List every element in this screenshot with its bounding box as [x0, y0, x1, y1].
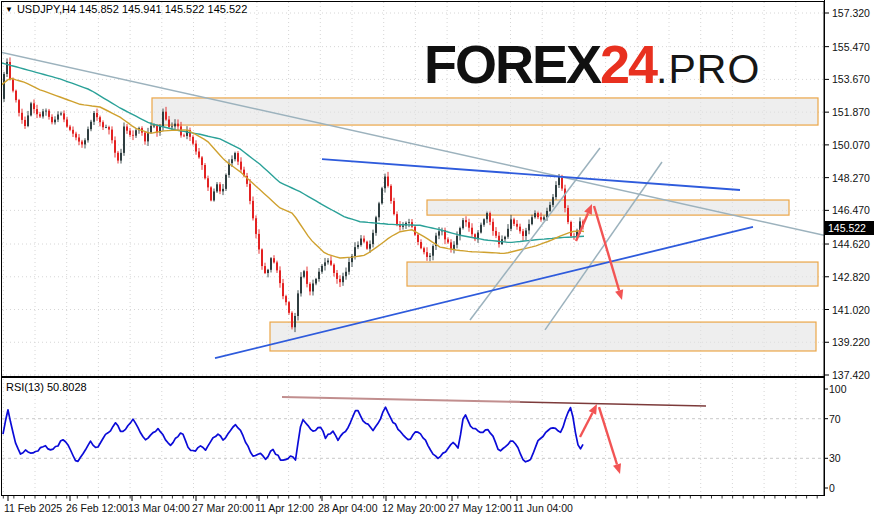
- rsi-axis-label: 100: [829, 383, 847, 395]
- price-axis-label: 151.870: [832, 106, 870, 118]
- price-axis-label: 150.070: [832, 139, 870, 151]
- forex24pro-logo: FOREX 24 .PRO: [424, 33, 760, 95]
- rsi-axis-label: 0: [829, 482, 835, 494]
- time-axis-label: 27 Mar 20:00: [192, 502, 254, 514]
- price-axis-label: 141.020: [832, 304, 870, 316]
- time-axis-label: 13 Mar 04:00: [128, 502, 190, 514]
- rsi-axis-label: 30: [829, 452, 841, 464]
- price-axis-label: 144.620: [832, 238, 870, 250]
- current-price-tag: 145.522: [825, 221, 874, 235]
- time-axis-label: 28 Apr 04:00: [318, 502, 378, 514]
- time-axis-label: 12 May 20:00: [382, 502, 446, 514]
- symbol-ohlc-text: USDJPY,H4 145.852 145.941 145.522 145.52…: [17, 3, 247, 15]
- price-axis-label: 137.420: [832, 369, 870, 381]
- price-axis-label: 142.820: [832, 271, 870, 283]
- time-axis-label: 27 May 12:00: [448, 502, 512, 514]
- time-axis-label: 26 Feb 12:00: [66, 502, 128, 514]
- logo-24: 24: [600, 33, 656, 95]
- rsi-axis-label: 70: [829, 413, 841, 425]
- price-axis-label: 146.470: [832, 204, 870, 216]
- price-axis-label: 153.670: [832, 73, 870, 85]
- time-axis-label: 11 Apr 12:00: [255, 502, 314, 514]
- chart-title-row: ▼USDJPY,H4 145.852 145.941 145.522 145.5…: [5, 3, 247, 15]
- price-axis-label: 157.320: [832, 7, 870, 19]
- price-axis-label: 148.270: [832, 172, 870, 184]
- trading-chart-screenshot: ▼USDJPY,H4 145.852 145.941 145.522 145.5…: [0, 0, 874, 519]
- rsi-indicator-label: RSI(13) 50.8028: [6, 381, 87, 393]
- price-axis-label: 139.220: [832, 336, 870, 348]
- time-axis-label: 11 Jun 04:00: [513, 502, 573, 514]
- symbol-dropdown-icon: ▼: [5, 5, 13, 14]
- price-axis-label: 155.470: [832, 41, 870, 53]
- time-axis-label: 11 Feb 2025: [4, 502, 62, 514]
- logo-forex: FOREX: [424, 33, 600, 95]
- logo-pro: .PRO: [656, 46, 760, 93]
